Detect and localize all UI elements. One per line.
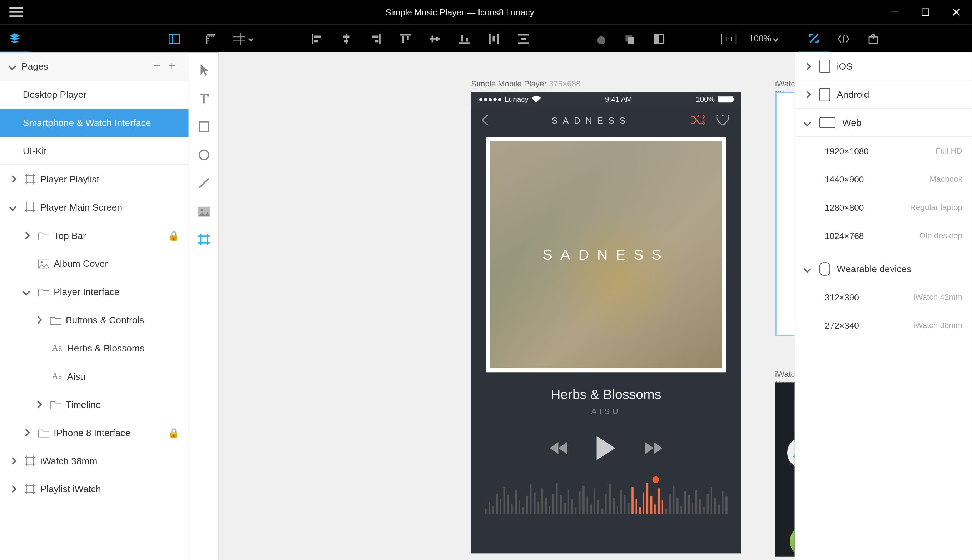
grid-icon[interactable] bbox=[225, 25, 261, 53]
artboard-icon bbox=[23, 202, 38, 212]
artist-name: AISU bbox=[471, 407, 741, 416]
tree-item[interactable]: Album Cover bbox=[0, 250, 189, 278]
panels-icon[interactable] bbox=[160, 25, 189, 53]
svg-rect-19 bbox=[432, 35, 434, 42]
artboard-tool-icon[interactable] bbox=[189, 225, 218, 253]
battery-icon bbox=[718, 96, 733, 103]
select-tool-icon[interactable] bbox=[189, 57, 218, 85]
preset-item[interactable]: 1440×900Macbook bbox=[795, 165, 972, 193]
mask-icon[interactable] bbox=[585, 25, 615, 53]
tree-item[interactable]: Buttons & Controls bbox=[0, 306, 189, 334]
text-icon: Aa bbox=[50, 371, 64, 382]
preset-item[interactable]: 272×340iWatch 38mm bbox=[795, 311, 972, 339]
svg-rect-14 bbox=[374, 40, 378, 42]
line-tool-icon[interactable] bbox=[189, 169, 218, 197]
prev-icon bbox=[549, 442, 567, 454]
svg-rect-1 bbox=[922, 8, 929, 15]
distribute-v-icon[interactable] bbox=[509, 25, 539, 53]
align-bottom-icon[interactable] bbox=[449, 25, 479, 53]
svg-rect-26 bbox=[493, 36, 495, 41]
preset-section[interactable]: iOS bbox=[795, 52, 972, 80]
wifi-icon bbox=[532, 96, 541, 103]
artboard-homescreen[interactable]: Mon9 bbox=[775, 382, 794, 557]
artboard-iwatch[interactable] bbox=[775, 92, 794, 336]
rectangle-tool-icon[interactable] bbox=[189, 113, 218, 141]
artboard-label[interactable]: Simple Mobile Player 375×688 bbox=[471, 79, 580, 88]
outline-icon[interactable] bbox=[644, 25, 674, 53]
text-tool-icon[interactable] bbox=[189, 85, 218, 113]
tree-item[interactable]: AaHerbs & Blossoms bbox=[0, 334, 189, 362]
tree-item[interactable]: IPhone 8 Interface🔒 bbox=[0, 418, 189, 447]
align-right-icon[interactable] bbox=[361, 25, 391, 53]
tree-item[interactable]: Player Interface bbox=[0, 278, 189, 306]
svg-rect-44 bbox=[27, 486, 33, 492]
svg-rect-7 bbox=[314, 35, 321, 38]
preset-section[interactable]: Web bbox=[795, 108, 972, 137]
align-left-icon[interactable] bbox=[302, 25, 332, 53]
preset-item[interactable]: 312×390iWatch 42mm bbox=[795, 283, 972, 312]
preset-item[interactable]: 1280×800Regular laptop bbox=[795, 193, 972, 222]
zoom-level[interactable]: 100% bbox=[744, 33, 783, 43]
pages-header[interactable]: Pages − + bbox=[0, 52, 189, 80]
distribute-h-icon[interactable] bbox=[479, 25, 509, 53]
svg-rect-33 bbox=[628, 37, 634, 43]
maximize-button[interactable] bbox=[910, 0, 941, 24]
align-top-icon[interactable] bbox=[391, 25, 420, 53]
align-middle-icon[interactable] bbox=[420, 25, 450, 53]
preset-section[interactable]: Wearable devices bbox=[795, 255, 972, 283]
flatten-icon[interactable] bbox=[615, 25, 644, 53]
ruler-icon[interactable] bbox=[196, 25, 225, 53]
image-tool-icon[interactable] bbox=[189, 197, 218, 225]
remove-page-icon[interactable]: − bbox=[150, 59, 164, 73]
waveform bbox=[471, 480, 741, 514]
tree-item[interactable]: Top Bar🔒 bbox=[0, 222, 189, 250]
svg-rect-29 bbox=[521, 37, 526, 40]
folder-icon bbox=[36, 288, 51, 296]
page-item-selected[interactable]: Smartphone & Watch Interface bbox=[0, 108, 189, 137]
artboard-phone[interactable]: Lunacy 9:41 AM 100% SADNESS SADNESS Herb… bbox=[471, 92, 741, 553]
page-item[interactable]: Desktop Player bbox=[0, 80, 189, 108]
svg-line-47 bbox=[199, 178, 208, 188]
tree-item[interactable]: iWatch 38mm bbox=[0, 447, 189, 475]
svg-text:1:1: 1:1 bbox=[725, 36, 733, 42]
preset-item[interactable]: 1920×1080Full HD bbox=[795, 137, 972, 165]
right-panel: iOS Android Web 1920×1080Full HD 1440×90… bbox=[795, 52, 972, 560]
lock-icon: 🔒 bbox=[168, 427, 179, 438]
svg-rect-8 bbox=[314, 40, 318, 42]
close-button[interactable] bbox=[941, 0, 972, 24]
add-page-icon[interactable]: + bbox=[164, 59, 179, 73]
preset-section[interactable]: Android bbox=[795, 80, 972, 108]
tree-item[interactable]: Playlist iWatch bbox=[0, 475, 189, 503]
tree-item[interactable]: Player Playlist bbox=[0, 165, 189, 193]
oval-tool-icon[interactable] bbox=[189, 141, 218, 169]
canvas[interactable]: Simple Mobile Player 375×688 Lunacy 9:41… bbox=[219, 52, 794, 560]
phone-icon bbox=[819, 88, 830, 101]
page-item[interactable]: UI-Kit bbox=[0, 137, 189, 165]
export-icon[interactable] bbox=[858, 25, 888, 53]
menu-icon[interactable] bbox=[9, 8, 23, 17]
tree-item[interactable]: AaAisu bbox=[0, 362, 189, 390]
activity-app-icon bbox=[790, 525, 794, 557]
image-icon bbox=[36, 259, 51, 268]
align-center-h-icon[interactable] bbox=[332, 25, 361, 53]
actual-size-icon[interactable]: 1:1 bbox=[714, 25, 744, 53]
code-icon[interactable] bbox=[829, 25, 859, 53]
svg-rect-16 bbox=[402, 36, 404, 42]
artboard-icon bbox=[23, 455, 38, 466]
svg-point-49 bbox=[200, 208, 203, 211]
status-bar: Lunacy 9:41 AM 100% bbox=[471, 92, 741, 107]
svg-point-46 bbox=[199, 150, 208, 160]
minimize-button[interactable] bbox=[879, 0, 910, 24]
svg-rect-17 bbox=[407, 36, 409, 40]
lock-icon: 🔒 bbox=[168, 230, 179, 241]
maps-app-icon bbox=[787, 437, 795, 468]
layers-icon[interactable] bbox=[0, 25, 30, 53]
shuffle-icon bbox=[691, 115, 705, 125]
svg-rect-22 bbox=[461, 35, 463, 42]
svg-rect-23 bbox=[466, 37, 468, 41]
tree-item[interactable]: Timeline bbox=[0, 390, 189, 418]
svg-rect-43 bbox=[27, 458, 33, 464]
preset-item[interactable]: 1024×768Old desktop bbox=[795, 222, 972, 250]
resize-icon[interactable] bbox=[799, 25, 829, 53]
tree-item[interactable]: Player Main Screen bbox=[0, 193, 189, 222]
